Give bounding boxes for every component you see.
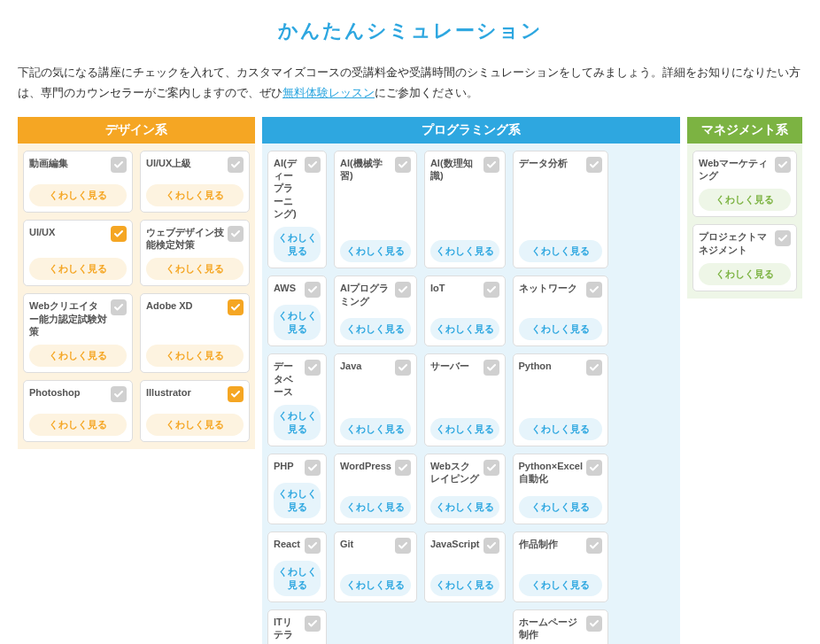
card-top: データベース: [274, 360, 321, 398]
course-checkbox[interactable]: [586, 282, 602, 298]
detail-button[interactable]: くわしく見る: [29, 258, 127, 280]
course-card: ネットワークくわしく見る: [513, 275, 608, 346]
course-checkbox[interactable]: [228, 226, 244, 242]
detail-button[interactable]: くわしく見る: [274, 305, 321, 340]
course-checkbox[interactable]: [395, 538, 411, 554]
course-checkbox[interactable]: [395, 360, 411, 376]
course-checkbox[interactable]: [305, 538, 321, 554]
course-checkbox[interactable]: [305, 282, 321, 298]
detail-button[interactable]: くわしく見る: [340, 496, 411, 518]
detail-button[interactable]: くわしく見る: [430, 418, 499, 440]
course-name: AIプログラミング: [340, 282, 395, 307]
detail-button[interactable]: くわしく見る: [274, 561, 321, 596]
course-name: ウェブデザイン技能検定対策: [146, 226, 228, 252]
detail-button[interactable]: くわしく見る: [430, 240, 499, 262]
course-checkbox[interactable]: [305, 360, 321, 376]
course-name: Photoshop: [29, 386, 111, 399]
course-checkbox[interactable]: [483, 282, 499, 298]
course-card: Webスクレイピングくわしく見る: [424, 454, 506, 524]
course-name: UI/UX: [29, 226, 111, 238]
course-checkbox[interactable]: [228, 157, 244, 173]
detail-button[interactable]: くわしく見る: [274, 483, 321, 518]
card-top: ホームページ制作: [519, 616, 602, 641]
detail-button[interactable]: くわしく見る: [146, 345, 244, 367]
detail-button[interactable]: くわしく見る: [340, 574, 411, 596]
course-checkbox[interactable]: [305, 616, 321, 632]
course-checkbox[interactable]: [483, 157, 499, 173]
course-checkbox[interactable]: [483, 360, 499, 376]
course-checkbox[interactable]: [586, 157, 602, 173]
categories-container: デザイン系 動画編集くわしく見るUI/UX上級くわしく見るUI/UXくわしく見る…: [18, 117, 802, 644]
course-checkbox[interactable]: [483, 460, 499, 476]
course-checkbox[interactable]: [111, 157, 127, 173]
detail-button[interactable]: くわしく見る: [519, 496, 602, 518]
detail-button[interactable]: くわしく見る: [146, 184, 244, 206]
course-card: データベースくわしく見る: [267, 353, 327, 446]
card-top: React: [274, 538, 321, 554]
course-checkbox[interactable]: [228, 386, 244, 402]
desc-part2: にご参加ください。: [375, 86, 478, 99]
course-name: データベース: [274, 360, 305, 398]
course-name: Java: [340, 360, 395, 372]
category-programming: プログラミング系 AI(ディープラーニング)くわしく見るAI(機械学習)くわしく…: [262, 117, 680, 644]
detail-button[interactable]: くわしく見る: [340, 240, 411, 262]
course-name: Adobe XD: [146, 299, 228, 312]
card-top: Python×Excel自動化: [519, 460, 602, 485]
detail-button[interactable]: くわしく見る: [340, 318, 411, 340]
detail-button[interactable]: くわしく見る: [519, 240, 602, 262]
category-design-header: デザイン系: [18, 117, 255, 144]
course-name: Git: [340, 538, 395, 550]
detail-button[interactable]: くわしく見る: [430, 574, 499, 596]
detail-button[interactable]: くわしく見る: [29, 184, 127, 206]
category-management: マネジメント系 Webマーケティングくわしく見るプロジェクトマネジメントくわしく…: [687, 117, 802, 644]
course-checkbox[interactable]: [586, 616, 602, 632]
course-checkbox[interactable]: [395, 460, 411, 476]
card-top: UI/UX: [29, 226, 127, 242]
detail-button[interactable]: くわしく見る: [430, 496, 499, 518]
page-title: かんたんシミュレーション: [18, 18, 802, 44]
detail-button[interactable]: くわしく見る: [340, 418, 411, 440]
detail-button[interactable]: くわしく見る: [430, 318, 499, 340]
course-checkbox[interactable]: [586, 360, 602, 376]
course-card: サーバーくわしく見る: [424, 353, 506, 446]
card-top: ネットワーク: [519, 282, 602, 298]
course-checkbox[interactable]: [395, 282, 411, 298]
detail-button[interactable]: くわしく見る: [699, 263, 791, 285]
detail-button[interactable]: くわしく見る: [519, 418, 602, 440]
course-card: Adobe XDくわしく見る: [140, 293, 250, 373]
course-name: AI(機械学習): [340, 157, 395, 182]
course-checkbox[interactable]: [111, 386, 127, 402]
detail-button[interactable]: くわしく見る: [29, 345, 127, 367]
course-checkbox[interactable]: [775, 157, 791, 173]
detail-button[interactable]: くわしく見る: [699, 189, 791, 211]
course-checkbox[interactable]: [111, 226, 127, 242]
course-checkbox[interactable]: [305, 460, 321, 476]
detail-button[interactable]: くわしく見る: [146, 258, 244, 280]
course-card: AI(ディープラーニング)くわしく見る: [267, 151, 327, 268]
card-top: JavaScript: [430, 538, 499, 554]
detail-button[interactable]: くわしく見る: [519, 574, 602, 596]
free-trial-link[interactable]: 無料体験レッスン: [282, 86, 375, 99]
course-card: Webマーケティングくわしく見る: [692, 151, 797, 218]
course-checkbox[interactable]: [483, 538, 499, 554]
detail-button[interactable]: くわしく見る: [519, 318, 602, 340]
course-checkbox[interactable]: [305, 157, 321, 173]
detail-button[interactable]: くわしく見る: [29, 414, 127, 436]
course-name: AI(数理知識): [430, 157, 483, 182]
course-checkbox[interactable]: [775, 230, 791, 246]
course-checkbox[interactable]: [586, 538, 602, 554]
course-name: AWS: [274, 282, 305, 294]
detail-button[interactable]: くわしく見る: [274, 227, 321, 262]
course-checkbox[interactable]: [111, 299, 127, 315]
course-name: Webマーケティング: [699, 157, 775, 182]
detail-button[interactable]: くわしく見る: [274, 405, 321, 440]
course-card: AWSくわしく見る: [267, 275, 327, 346]
category-management-header: マネジメント系: [687, 117, 802, 144]
detail-button[interactable]: くわしく見る: [146, 414, 244, 436]
course-checkbox[interactable]: [395, 157, 411, 173]
card-top: 作品制作: [519, 538, 602, 554]
course-checkbox[interactable]: [586, 460, 602, 476]
course-checkbox[interactable]: [228, 299, 244, 315]
course-card: WordPressくわしく見る: [334, 454, 417, 524]
course-card: Gitくわしく見る: [334, 531, 417, 602]
